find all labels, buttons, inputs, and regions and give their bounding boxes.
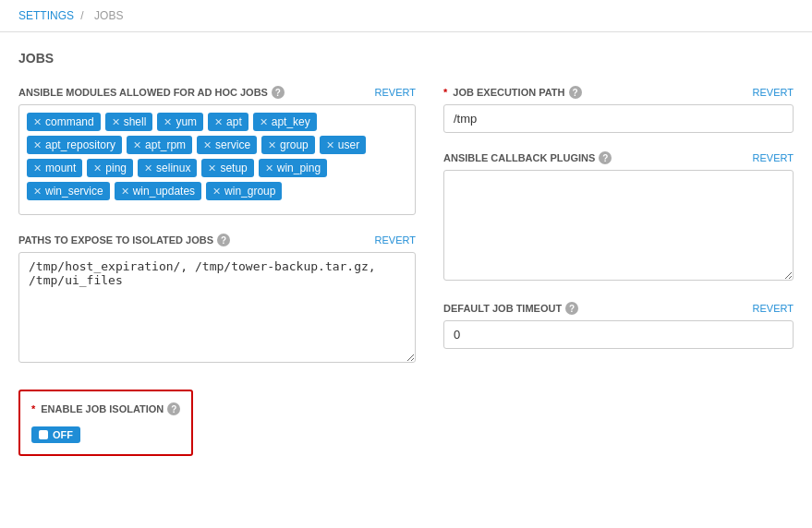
tag-label: apt_repository [45,138,115,151]
tag-remove-icon[interactable]: ✕ [164,116,172,128]
tag-item[interactable]: ✕win_updates [115,182,201,200]
left-column: ANSIBLE MODULES ALLOWED FOR AD HOC JOBS … [18,86,416,474]
enable-isolation-help-icon[interactable]: ? [167,402,180,415]
ansible-modules-revert[interactable]: REVERT [375,87,416,98]
tag-remove-icon[interactable]: ✕ [214,116,223,128]
tag-label: mount [45,162,76,174]
tag-remove-icon[interactable]: ✕ [33,162,42,174]
ansible-modules-help-icon[interactable]: ? [272,86,285,99]
tag-remove-icon[interactable]: ✕ [93,162,102,174]
enable-isolation-group: * ENABLE JOB ISOLATION ? OFF [18,384,416,456]
tag-item[interactable]: ✕yum [157,113,203,131]
tag-label: service [215,138,250,151]
tag-remove-icon[interactable]: ✕ [208,162,216,174]
paths-isolated-label: PATHS TO EXPOSE TO ISOLATED JOBS ? REVER… [18,234,416,246]
tag-remove-icon[interactable]: ✕ [260,116,268,128]
section-title: JOBS [18,51,794,71]
tag-remove-icon[interactable]: ✕ [121,186,129,198]
tag-label: selinux [156,162,190,174]
tag-remove-icon[interactable]: ✕ [212,186,221,198]
tag-remove-icon[interactable]: ✕ [33,186,42,198]
tag-item[interactable]: ✕apt_repository [27,136,122,154]
paths-isolated-help-icon[interactable]: ? [217,234,230,246]
main-layout: ANSIBLE MODULES ALLOWED FOR AD HOC JOBS … [18,86,794,474]
tag-label: command [45,115,94,128]
default-timeout-group: DEFAULT JOB TIMEOUT ? REVERT [443,302,794,349]
job-execution-revert[interactable]: REVERT [753,87,794,98]
tag-remove-icon[interactable]: ✕ [265,162,273,174]
enable-isolation-box: * ENABLE JOB ISOLATION ? OFF [18,390,193,456]
enable-isolation-required: * [31,403,35,414]
tag-item[interactable]: ✕service [197,136,257,154]
tag-item[interactable]: ✕setup [201,159,253,177]
right-column: * JOB EXECUTION PATH ? REVERT ANSIBLE CA… [443,86,794,474]
enable-isolation-toggle[interactable]: OFF [31,426,80,443]
job-execution-path-label: * JOB EXECUTION PATH ? REVERT [443,86,794,99]
job-execution-path-group: * JOB EXECUTION PATH ? REVERT [443,86,794,133]
tag-label: user [338,138,359,151]
tag-label: win_service [45,185,103,198]
tag-item[interactable]: ✕group [261,136,315,154]
default-timeout-label: DEFAULT JOB TIMEOUT ? REVERT [443,302,794,315]
tag-item[interactable]: ✕apt_rpm [127,136,192,154]
tag-item[interactable]: ✕apt [208,113,248,131]
tag-item[interactable]: ✕command [27,113,101,131]
default-timeout-help-icon[interactable]: ? [565,302,578,315]
tag-remove-icon[interactable]: ✕ [203,139,212,151]
tag-label: apt_rpm [145,138,186,151]
ansible-modules-tags-wrapper: ✕command✕shell✕yum✕apt✕apt_key✕apt_repos… [18,104,416,215]
ansible-callback-input[interactable] [443,170,794,281]
tag-remove-icon[interactable]: ✕ [33,116,42,128]
ansible-callback-group: ANSIBLE CALLBACK PLUGINS ? REVERT [443,151,794,283]
ansible-modules-group: ANSIBLE MODULES ALLOWED FOR AD HOC JOBS … [18,86,416,215]
tag-item[interactable]: ✕selinux [138,159,197,177]
ansible-callback-help-icon[interactable]: ? [599,151,612,164]
tag-label: apt [226,115,242,128]
tag-item[interactable]: ✕win_group [206,182,282,200]
enable-isolation-label: * ENABLE JOB ISOLATION ? [31,402,180,415]
job-execution-required: * [443,87,447,98]
tag-label: ping [105,162,127,174]
tag-label: yum [176,115,197,128]
tag-remove-icon[interactable]: ✕ [133,139,141,151]
page-content: JOBS ANSIBLE MODULES ALLOWED FOR AD HOC … [0,32,812,493]
tag-item[interactable]: ✕user [320,136,366,154]
breadcrumb-current: JOBS [94,9,123,22]
tag-label: win_group [224,185,275,198]
ansible-modules-tags-container[interactable]: ✕command✕shell✕yum✕apt✕apt_key✕apt_repos… [18,104,416,215]
tag-item[interactable]: ✕ping [87,159,133,177]
breadcrumb-settings[interactable]: SETTINGS [18,9,74,22]
default-timeout-revert[interactable]: REVERT [753,303,794,314]
tag-remove-icon[interactable]: ✕ [268,139,276,151]
ansible-modules-label: ANSIBLE MODULES ALLOWED FOR AD HOC JOBS … [18,86,416,99]
tag-label: group [280,138,309,151]
tag-item[interactable]: ✕win_ping [259,159,327,177]
tag-remove-icon[interactable]: ✕ [112,116,120,128]
tag-label: win_updates [133,185,195,198]
job-execution-help-icon[interactable]: ? [569,86,582,99]
tag-remove-icon[interactable]: ✕ [326,139,334,151]
job-execution-path-input[interactable] [443,104,794,133]
ansible-callback-revert[interactable]: REVERT [753,152,794,163]
tag-item[interactable]: ✕win_service [27,182,110,200]
breadcrumb: SETTINGS / JOBS [0,0,812,32]
tag-label: win_ping [277,162,321,174]
default-timeout-input[interactable] [443,320,794,349]
tag-label: setup [220,162,247,174]
tag-remove-icon[interactable]: ✕ [144,162,152,174]
tag-remove-icon[interactable]: ✕ [33,139,42,151]
ansible-callback-label: ANSIBLE CALLBACK PLUGINS ? REVERT [443,151,794,164]
paths-isolated-revert[interactable]: REVERT [375,234,416,246]
paths-isolated-input[interactable]: /tmp/host_expiration/, /tmp/tower-backup… [18,252,416,363]
tag-item[interactable]: ✕apt_key [253,113,317,131]
tag-label: shell [124,115,147,128]
paths-isolated-group: PATHS TO EXPOSE TO ISOLATED JOBS ? REVER… [18,234,416,366]
tag-item[interactable]: ✕shell [105,113,153,131]
tag-label: apt_key [272,115,310,128]
tag-item[interactable]: ✕mount [27,159,82,177]
breadcrumb-separator: / [80,9,83,22]
